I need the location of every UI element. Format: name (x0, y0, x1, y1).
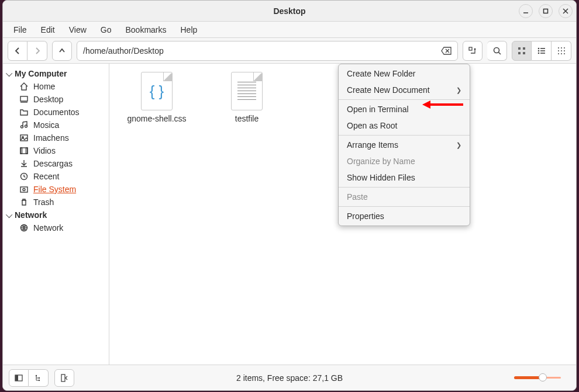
chevron-down-icon (8, 69, 12, 78)
sidebar-item-trash[interactable]: Trash (3, 196, 109, 209)
menu-help[interactable]: Help (175, 23, 204, 36)
svg-rect-29 (20, 96, 27, 101)
sidebar-section-header[interactable]: Network (3, 209, 109, 221)
sidebar-item-vidios[interactable]: Vidios (3, 144, 109, 157)
up-button[interactable] (52, 41, 72, 61)
context-menu: Create New FolderCreate New Document❯Ope… (338, 64, 470, 226)
network-icon (19, 223, 29, 233)
context-menu-create-new-folder[interactable]: Create New Folder (339, 65, 470, 82)
context-menu-properties[interactable]: Properties (339, 208, 470, 224)
menu-go[interactable]: Go (95, 23, 118, 36)
svg-rect-1 (544, 9, 548, 13)
menu-bookmarks[interactable]: Bookmarks (119, 23, 172, 36)
svg-rect-13 (523, 52, 525, 54)
pathbar[interactable]: /home/author/Desktop (77, 41, 458, 61)
svg-point-28 (564, 53, 565, 54)
svg-rect-11 (523, 47, 525, 50)
statusbar: 2 items, Free space: 27,1 GB (3, 365, 576, 390)
svg-point-25 (564, 50, 565, 51)
sidebar-item-home[interactable]: Home (3, 80, 109, 93)
sidebar-item-imachens[interactable]: Imachens (3, 131, 109, 144)
svg-point-7 (474, 48, 476, 50)
context-menu-separator (339, 135, 470, 136)
folder-icon (19, 107, 29, 117)
svg-point-52 (38, 379, 39, 380)
window-title: Desktop (273, 6, 305, 16)
svg-rect-12 (518, 52, 521, 54)
menu-file[interactable]: File (8, 23, 33, 36)
sidebar: My ComputerHomeDesktopDocumentosMosicaIm… (3, 64, 109, 365)
icon-view-button[interactable] (512, 41, 532, 61)
svg-rect-36 (20, 148, 27, 154)
sidebar-item-desktop[interactable]: Desktop (3, 93, 109, 106)
tree-pane-button[interactable] (29, 369, 49, 387)
recent-icon (19, 172, 29, 181)
pictures-icon (19, 133, 29, 143)
places-pane-button[interactable] (9, 369, 29, 387)
svg-rect-6 (469, 47, 472, 50)
sidebar-item-recent[interactable]: Recent (3, 170, 109, 183)
context-menu-open-as-root[interactable]: Open as Root (339, 117, 470, 134)
forward-button[interactable] (27, 41, 47, 61)
close-button[interactable] (559, 4, 573, 18)
filesystem-icon (19, 185, 29, 194)
zoom-slider[interactable] (514, 377, 567, 379)
maximize-button[interactable] (539, 4, 553, 18)
close-pane-button[interactable] (54, 369, 74, 387)
list-view-button[interactable] (532, 41, 552, 61)
svg-rect-46 (15, 375, 18, 381)
sidebar-item-documentos[interactable]: Documentos (3, 106, 109, 119)
context-menu-separator (339, 187, 470, 188)
clear-path-icon[interactable] (441, 47, 452, 55)
file-view[interactable]: { }gnome-shell.csstestfile Create New Fo… (109, 64, 576, 365)
svg-point-41 (23, 189, 25, 191)
svg-point-18 (537, 52, 539, 54)
menu-edit[interactable]: Edit (35, 23, 61, 36)
svg-point-8 (494, 47, 499, 53)
sidebar-item-mosica[interactable]: Mosica (3, 119, 109, 131)
svg-point-24 (561, 50, 562, 51)
svg-rect-40 (20, 187, 27, 192)
status-text: 2 items, Free space: 27,1 GB (236, 373, 343, 383)
sidebar-section-header[interactable]: My Computer (3, 67, 109, 80)
titlebar: Desktop (3, 1, 576, 22)
file-manager-window: Desktop File Edit View Go Bookmarks Help… (2, 0, 577, 391)
svg-point-22 (564, 47, 565, 48)
menu-view[interactable]: View (63, 23, 92, 36)
svg-rect-37 (20, 148, 22, 154)
svg-point-50 (38, 377, 39, 378)
sidebar-item-descargas[interactable]: Descargas (3, 157, 109, 170)
svg-point-16 (537, 50, 539, 51)
context-menu-show-hidden-files[interactable]: Show Hidden Files (339, 169, 470, 186)
context-menu-separator (339, 206, 470, 207)
videos-icon (19, 146, 29, 155)
desktop-icon (19, 95, 29, 104)
sidebar-item-file-system[interactable]: File System (3, 183, 109, 196)
svg-point-20 (558, 47, 559, 48)
trash-icon (19, 197, 29, 207)
toolbar: /home/author/Desktop (3, 38, 576, 64)
svg-rect-10 (518, 47, 521, 50)
file-icon (231, 72, 263, 110)
downloads-icon (19, 159, 29, 168)
minimize-button[interactable] (519, 4, 533, 18)
sidebar-item-network[interactable]: Network (3, 221, 109, 234)
chevron-right-icon: ❯ (456, 86, 461, 94)
pathbar-text: /home/author/Desktop (83, 46, 164, 55)
file-item[interactable]: testfile (212, 72, 281, 123)
home-icon (19, 82, 29, 91)
search-button[interactable] (487, 41, 507, 61)
toggle-path-button[interactable] (463, 41, 482, 61)
context-menu-arrange-items[interactable]: Arrange Items❯ (339, 137, 470, 153)
compact-view-button[interactable] (552, 41, 571, 61)
context-menu-create-new-document[interactable]: Create New Document❯ (339, 82, 470, 98)
context-menu-open-in-terminal[interactable]: Open in Terminal (339, 101, 470, 117)
back-button[interactable] (8, 41, 27, 61)
svg-point-32 (25, 125, 27, 127)
svg-line-9 (498, 52, 501, 54)
svg-point-27 (561, 53, 562, 54)
file-item[interactable]: { }gnome-shell.css (122, 72, 191, 123)
svg-point-23 (558, 50, 559, 51)
context-menu-separator (339, 99, 470, 100)
context-menu-organize-by-name: Organize by Name (339, 153, 470, 169)
